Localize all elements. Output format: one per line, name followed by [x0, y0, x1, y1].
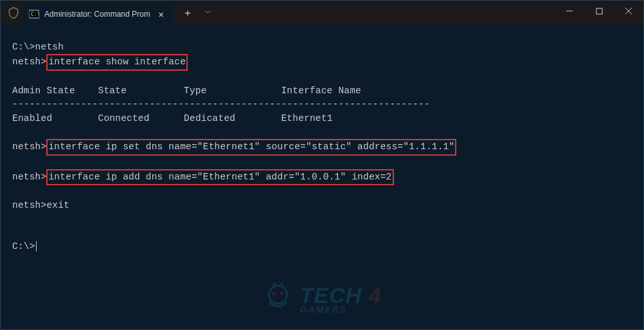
cmd-line: netsh>interface show interface: [12, 54, 632, 70]
divider-line: ----------------------------------------…: [12, 98, 632, 111]
highlight-box: interface show interface: [46, 54, 188, 70]
cmd-line: C:\>netsh: [12, 41, 632, 54]
minimize-button[interactable]: [555, 1, 584, 21]
tab-title: Administrator: Command Prom: [44, 10, 150, 19]
svg-point-7: [273, 291, 276, 295]
shield-icon: [7, 6, 20, 19]
table-row: Enabled Connected Dedicated Ethernet1: [12, 112, 632, 125]
tab-command-prompt[interactable]: C:\ Administrator: Command Prom ✕: [22, 3, 174, 25]
prompt-line: C:\>: [12, 240, 632, 253]
highlight-box: interface ip set dns name="Ethernet1" so…: [46, 139, 456, 155]
cmd-line: netsh>exit: [12, 199, 632, 212]
tab-dropdown-button[interactable]: ﹀: [204, 8, 211, 17]
svg-point-6: [269, 286, 287, 304]
cmd-line: netsh>interface ip add dns name="Etherne…: [12, 169, 632, 185]
window-close-button[interactable]: [614, 1, 643, 21]
svg-text:C:\: C:\: [31, 12, 39, 17]
new-tab-button[interactable]: ＋: [183, 6, 193, 20]
terminal-output[interactable]: C:\>netsh netsh>interface show interface…: [1, 25, 643, 269]
watermark-logo: TECH 4 GAMERS: [263, 282, 382, 315]
titlebar: C:\ Administrator: Command Prom ✕ ＋ ﹀: [1, 1, 643, 25]
maximize-button[interactable]: [584, 1, 614, 21]
cmd-line: netsh>interface ip set dns name="Etherne…: [12, 139, 632, 155]
svg-rect-3: [596, 8, 602, 14]
svg-point-8: [280, 291, 284, 295]
table-header: Admin State State Type Interface Name: [12, 84, 632, 98]
cmd-icon: C:\: [29, 9, 39, 19]
window-controls: [555, 1, 643, 21]
tab-close-button[interactable]: ✕: [156, 8, 167, 20]
cursor: [36, 241, 37, 252]
highlight-box: interface ip add dns name="Ethernet1" ad…: [46, 169, 393, 185]
